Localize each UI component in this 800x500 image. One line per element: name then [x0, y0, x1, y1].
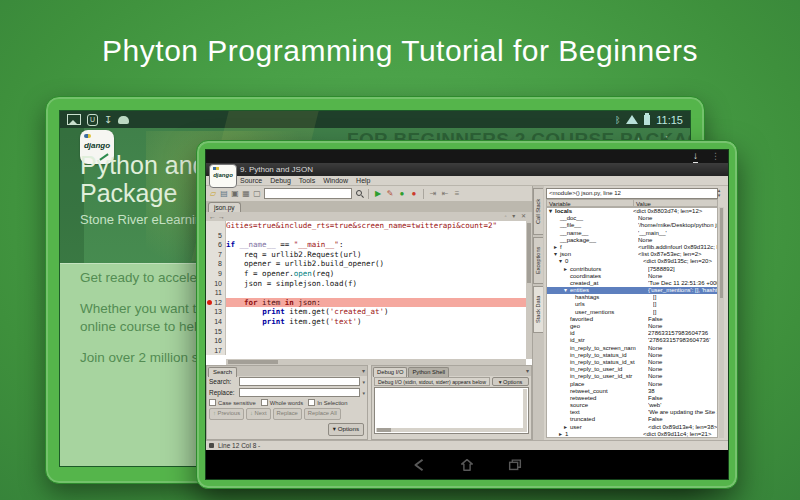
home-icon[interactable] [459, 457, 475, 473]
continue-icon[interactable]: ● [397, 188, 407, 199]
variable-row[interactable]: user_mentions[] [547, 309, 717, 316]
variable-row[interactable]: in_reply_to_screen_namNone [547, 345, 717, 352]
side-tab-exceptions[interactable]: Exceptions [533, 237, 543, 284]
code-line[interactable]: Gities=true&include_rts=true&screen_name… [206, 221, 532, 231]
code-line[interactable]: 15 [206, 327, 532, 337]
replace-all-button[interactable]: Replace All [304, 408, 341, 420]
search-input[interactable] [239, 377, 360, 386]
replace-input[interactable] [239, 388, 360, 397]
line-number-gutter[interactable]: 15 [206, 327, 226, 337]
checkbox-box[interactable] [308, 399, 315, 406]
variable-row[interactable]: ▾locals<dict 0x8803d74; len=12> [547, 208, 717, 215]
menu-window[interactable]: Window [323, 177, 348, 184]
checkbox-whole-words[interactable]: Whole words [261, 399, 304, 406]
search-options-button[interactable]: ▾ Options [328, 423, 364, 436]
variables-scrollbar[interactable] [719, 207, 724, 438]
code-editor[interactable]: Gities=true&include_rts=true&screen_name… [206, 221, 532, 365]
tab-debug-i-o[interactable]: Debug I/O [373, 367, 407, 377]
variable-row[interactable]: ▾entities{'user_mentions': [], 'hashtags… [547, 287, 717, 294]
menu-tools[interactable]: Tools [299, 177, 315, 184]
variable-row[interactable]: urls[] [547, 301, 717, 308]
variable-row[interactable]: ▸f<urllib.addinfourl 0x89d312c; len=2> [547, 244, 717, 251]
stack-context-dropdown[interactable]: <module>() json.py, line 12 [546, 188, 718, 199]
next-button[interactable]: ↓ Next [246, 408, 270, 420]
variable-row[interactable]: id_str'278633157983604736' [547, 337, 717, 344]
variable-row[interactable]: placeNone [547, 381, 717, 388]
variable-row[interactable]: retweetedFalse [547, 395, 717, 402]
line-number-gutter[interactable]: 7 [206, 250, 226, 260]
back-icon[interactable] [411, 457, 427, 473]
line-number-gutter[interactable] [206, 221, 226, 231]
indent-icon[interactable]: ⇥ [428, 188, 438, 199]
variable-row[interactable]: coordinatesNone [547, 273, 717, 280]
variables-table[interactable]: ▾locals<dict 0x8803d74; len=12>__doc__No… [546, 207, 718, 438]
menu-debug[interactable]: Debug [270, 177, 291, 184]
print-icon[interactable]: ▦ [241, 188, 251, 199]
variable-row[interactable]: in_reply_to_user_idNone [547, 366, 717, 373]
comment-icon[interactable]: ≡ [452, 188, 462, 199]
variable-row[interactable]: __package__None [547, 237, 717, 244]
code-line[interactable]: 17 [206, 346, 532, 356]
variable-row[interactable]: __doc__None [547, 215, 717, 222]
tab-python-shell[interactable]: Python Shell [408, 367, 449, 377]
previous-button[interactable]: ↑ Previous [209, 408, 244, 420]
debug-io-vscrollbar[interactable] [523, 389, 527, 432]
replace-dropdown-icon[interactable]: ▾ [362, 390, 365, 396]
code-line[interactable]: 9 f = opener.open(req) [206, 269, 532, 279]
replace-button[interactable]: Replace [273, 408, 302, 420]
toolbar-search-input[interactable] [264, 188, 352, 199]
line-number-gutter[interactable]: 8 [206, 259, 226, 269]
history-back-forward-icons[interactable]: ← → [209, 212, 225, 221]
line-number-gutter[interactable]: 5 [206, 231, 226, 241]
code-line[interactable]: 14 print item.get('text') [206, 317, 532, 327]
variable-row[interactable]: __file__'/home/mike/Desktop/python json/… [547, 222, 717, 229]
debug-edit-icon[interactable]: ✎ [385, 188, 395, 199]
new-file-icon[interactable]: ▱ [208, 188, 218, 199]
line-number-gutter[interactable]: 13 [206, 307, 226, 317]
variable-row[interactable]: ▾json<list 0x87e53ec; len=2> [547, 251, 717, 258]
panel-caret-icon[interactable]: ▾ [362, 367, 365, 374]
code-line[interactable]: 11 [206, 288, 532, 298]
variable-row[interactable]: source'web' [547, 402, 717, 409]
checkbox-case-sensitive[interactable]: Case sensitive [209, 399, 256, 406]
code-line[interactable]: 8 opener = urllib2.build_opener() [206, 259, 532, 269]
code-line[interactable]: 6if __name__ == "__main__": [206, 240, 532, 250]
code-line[interactable]: 5 [206, 231, 532, 241]
checkbox-box[interactable] [261, 399, 268, 406]
variable-row[interactable]: in_reply_to_status_idNone [547, 352, 717, 359]
line-number-gutter[interactable]: 11 [206, 288, 226, 298]
menu-source[interactable]: Source [240, 177, 262, 184]
line-number-gutter[interactable]: 9 [206, 269, 226, 279]
variable-row[interactable]: ▾0<dict 0x89d135c; len=20> [547, 258, 717, 265]
stop-icon[interactable]: ● [409, 188, 419, 199]
variable-row[interactable]: __name__'__main__' [547, 230, 717, 237]
variable-row[interactable]: ▸contributors[7588892] [547, 266, 717, 273]
panel-caret-icon[interactable]: ▾ [526, 367, 529, 374]
variable-row[interactable]: text'We are updating the Site Streams cl… [547, 409, 717, 416]
variable-row[interactable]: favoritedFalse [547, 316, 717, 323]
variable-row[interactable]: retweet_count38 [547, 388, 717, 395]
menu-help[interactable]: Help [356, 177, 370, 184]
code-line[interactable]: 7 req = urllib2.Request(url) [206, 250, 532, 260]
variable-row[interactable]: hashtags[] [547, 294, 717, 301]
line-number-gutter[interactable]: 14 [206, 317, 226, 327]
code-line[interactable]: 10 json = simplejson.load(f) [206, 279, 532, 289]
editor-corner-icons[interactable]: ◦ ▾ ✕ [505, 212, 529, 221]
variable-row[interactable]: in_reply_to_user_id_strNone [547, 373, 717, 380]
variable-row[interactable]: geoNone [547, 323, 717, 330]
variable-row[interactable]: id278633157983604736 [547, 330, 717, 337]
code-line[interactable]: 12 for item in json: [206, 298, 532, 308]
line-number-gutter[interactable]: 12 [206, 298, 226, 308]
debug-io-options-button[interactable]: ▾ Options [492, 377, 529, 386]
variable-row[interactable]: created_at'Tue Dec 11 22:51:36 +0000 201… [547, 280, 717, 287]
side-tab-stack-data[interactable]: Stack Data [533, 286, 543, 333]
debug-io-output-area[interactable] [374, 387, 529, 434]
context-spinner-icon[interactable]: ▴▾ [716, 188, 722, 199]
checkbox-box[interactable] [209, 399, 216, 406]
line-number-gutter[interactable]: 10 [206, 279, 226, 289]
variable-row[interactable]: ▸1<dict 0x89d11c4; len=21> [547, 431, 717, 438]
line-number-gutter[interactable]: 17 [206, 346, 226, 356]
side-tab-call-stack[interactable]: Call Stack [533, 188, 543, 235]
variable-row[interactable]: ▸user<dict 0x89d13e4; len=38> [547, 424, 717, 431]
run-icon[interactable]: ▶ [373, 188, 383, 199]
